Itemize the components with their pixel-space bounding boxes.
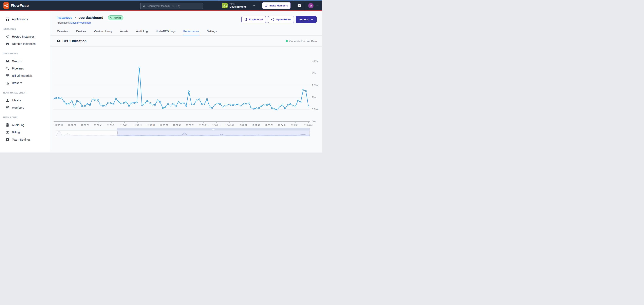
- sidebar-item-applications[interactable]: Applications: [0, 15, 50, 23]
- brush-handle-right[interactable]: [309, 131, 310, 135]
- svg-text:2%: 2%: [312, 72, 316, 74]
- svg-text:12:01:01: 12:01:01: [226, 124, 234, 126]
- svg-text:11:53:31: 11:53:31: [107, 124, 116, 126]
- table-icon: [6, 74, 10, 78]
- sidebar-item-team-settings[interactable]: Team Settings: [0, 136, 50, 143]
- dollar-icon: [6, 130, 10, 134]
- users-icon: [6, 106, 10, 110]
- svg-text:11:50:11: 11:50:11: [54, 124, 63, 126]
- pie-chart-icon: [244, 18, 248, 21]
- team-search[interactable]: [140, 3, 203, 9]
- svg-text:0.5%: 0.5%: [312, 108, 318, 111]
- flowfuse-logo-icon: [4, 2, 9, 9]
- node-red-fork-icon: [271, 18, 274, 21]
- instance-tabs: OverviewDevicesVersion HistoryAssetsAudi…: [50, 28, 322, 35]
- chip-filled-icon: [6, 59, 10, 63]
- notifications-segment: [294, 0, 305, 11]
- brush-drag-strip[interactable]: [117, 128, 310, 130]
- sidebar-item-remote-instances[interactable]: Remote Instances: [0, 40, 50, 47]
- svg-text:11:51:01: 11:51:01: [68, 124, 76, 126]
- cpu-utilisation-chart[interactable]: 0%0.5%1%1.5%2%2.5%11:50:1111:51:0111:51:…: [50, 47, 322, 126]
- sidebar-section-team-admin: TEAM ADMIN: [0, 116, 50, 119]
- svg-text:1.5%: 1.5%: [312, 84, 318, 87]
- gear-icon: [6, 138, 10, 142]
- svg-text:1%: 1%: [312, 96, 316, 99]
- open-editor-button[interactable]: Open Editor: [268, 16, 294, 23]
- book-icon: [6, 98, 10, 102]
- svg-text:12:03:31: 12:03:31: [265, 124, 274, 126]
- team-switcher[interactable]: TEAM: Development: [219, 0, 259, 11]
- sidebar-item-label: Bill Of Materials: [12, 74, 32, 77]
- svg-text:11:51:51: 11:51:51: [81, 124, 89, 126]
- sidebar-section-instances: INSTANCES: [0, 28, 50, 30]
- flowfuse-app: FlowFuse TEAM: Development Invite Member…: [0, 0, 322, 152]
- sidebar-item-label: Groups: [12, 60, 22, 63]
- svg-text:11:54:21: 11:54:21: [120, 124, 129, 126]
- svg-text:12:06:01: 12:06:01: [304, 124, 313, 126]
- tab-settings[interactable]: Settings: [206, 28, 217, 35]
- svg-text:11:56:51: 11:56:51: [160, 124, 168, 126]
- sidebar-item-audit-log[interactable]: Audit Log: [0, 121, 50, 129]
- svg-text:12:00:11: 12:00:11: [212, 124, 221, 126]
- svg-text:11:59:21: 11:59:21: [199, 124, 208, 126]
- chip-icon: [6, 42, 10, 46]
- tab-version-history[interactable]: Version History: [94, 28, 112, 35]
- sidebar-item-hosted-instances[interactable]: Hosted Instances: [0, 33, 50, 40]
- sidebar-item-groups[interactable]: Groups: [0, 57, 50, 65]
- panel-title: CPU Utilisation: [56, 39, 86, 43]
- tab-node-red-logs[interactable]: Node-RED Logs: [155, 28, 176, 35]
- sidebar-nav: ApplicationsINSTANCESHosted InstancesRem…: [0, 11, 50, 152]
- tab-devices[interactable]: Devices: [76, 28, 86, 35]
- svg-text:12:01:51: 12:01:51: [238, 124, 247, 126]
- live-status: Connected to Live Data: [286, 39, 317, 43]
- invite-members-button[interactable]: Invite Members: [262, 2, 291, 9]
- sidebar-item-label: Remote Instances: [12, 42, 36, 45]
- tab-audit-log[interactable]: Audit Log: [136, 28, 148, 35]
- application-link[interactable]: Mayker Workshop: [70, 21, 91, 24]
- team-avatar: [222, 3, 228, 8]
- sidebar-item-members[interactable]: Members: [0, 104, 50, 111]
- search-input[interactable]: [147, 5, 201, 7]
- svg-text:11:55:11: 11:55:11: [134, 124, 142, 126]
- tab-performance[interactable]: Performance: [183, 28, 199, 35]
- user-menu[interactable]: jp: [305, 0, 322, 11]
- sidebar-item-brokers[interactable]: Brokers: [0, 79, 50, 87]
- pipeline-icon: [6, 66, 10, 70]
- sidebar-item-label: Members: [12, 106, 24, 109]
- mail-icon[interactable]: [297, 3, 302, 8]
- dashboard-button[interactable]: Dashboard: [241, 16, 266, 23]
- tab-assets[interactable]: Assets: [120, 28, 129, 35]
- play-circle-icon: [110, 16, 112, 19]
- sidebar-item-label: Team Settings: [12, 138, 30, 141]
- sidebar-item-bill-of-materials[interactable]: Bill Of Materials: [0, 72, 50, 79]
- chevron-right-icon: [74, 16, 76, 19]
- breadcrumb-instances-link[interactable]: Instances: [56, 16, 72, 20]
- sidebar-item-library[interactable]: Library: [0, 97, 50, 104]
- top-navbar: FlowFuse TEAM: Development Invite Member…: [0, 1, 322, 11]
- chevron-down-icon: [311, 18, 313, 21]
- sidebar-item-label: Applications: [12, 17, 28, 21]
- status-badge: running: [108, 15, 123, 20]
- team-name: Development: [230, 5, 246, 8]
- sidebar-item-label: Billing: [12, 131, 20, 134]
- flowfuse-logo[interactable]: FlowFuse: [0, 2, 29, 9]
- brush-unselected-region[interactable]: [56, 130, 117, 136]
- sidebar-item-pipelines[interactable]: Pipelines: [0, 65, 50, 72]
- main-content: Instances opc-dashboard running Applicat…: [50, 11, 322, 152]
- sidebar-item-label: Brokers: [12, 81, 22, 85]
- live-status-dot: [286, 40, 288, 42]
- svg-text:2.5%: 2.5%: [312, 60, 318, 62]
- brush-handle-left[interactable]: [117, 131, 118, 135]
- instance-name: opc-dashboard: [78, 16, 103, 20]
- sidebar-item-label: Audit Log: [12, 123, 24, 127]
- fork-icon: [6, 34, 10, 38]
- search-icon: [142, 5, 145, 7]
- tab-overview[interactable]: Overview: [56, 28, 69, 35]
- brush-selection[interactable]: [117, 128, 310, 136]
- sidebar-item-label: Pipelines: [12, 67, 24, 70]
- user-plus-icon: [265, 4, 268, 7]
- database-icon: [6, 123, 10, 127]
- actions-button[interactable]: Actions: [296, 16, 317, 23]
- sidebar-item-billing[interactable]: Billing: [0, 129, 50, 136]
- svg-text:12:02:41: 12:02:41: [252, 124, 260, 126]
